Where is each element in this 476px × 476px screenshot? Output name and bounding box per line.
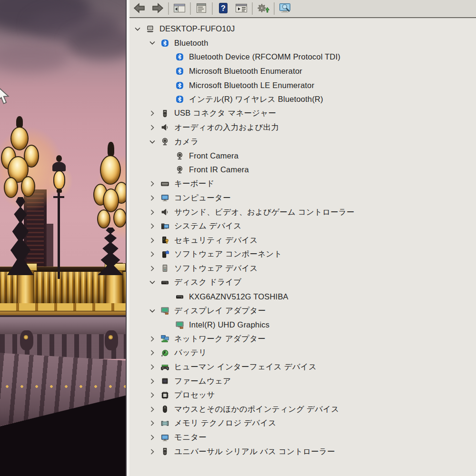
tree-item[interactable]: ソフトウェア デバイス [129, 261, 476, 276]
tree-item[interactable]: Microsoft Bluetooth LE Enumerator [129, 78, 476, 92]
tree-item-label: コンピューター [174, 193, 231, 203]
chevron-right-icon[interactable] [148, 434, 156, 442]
tree-item[interactable]: USB コネクタ マネージャー [129, 107, 476, 121]
system-devices-icon [160, 222, 169, 230]
tree-item[interactable]: セキュリティ デバイス [129, 233, 476, 248]
tree-item[interactable]: バッテリ [129, 346, 476, 360]
chevron-right-icon[interactable] [148, 222, 156, 230]
tree-item[interactable]: Bluetooth [129, 36, 476, 50]
bluetooth-icon [175, 95, 184, 103]
chevron-down-icon[interactable] [148, 138, 156, 146]
chevron-right-icon[interactable] [148, 123, 156, 131]
help-button[interactable]: ? [215, 1, 232, 16]
chevron-down-icon[interactable] [133, 25, 141, 33]
monitor-blue-icon [160, 434, 169, 442]
chevron-right-icon[interactable] [148, 377, 156, 385]
tree-item-label: ユニバーサル シリアル バス コントローラー [174, 446, 335, 457]
tree-item[interactable]: Microsoft Bluetooth Enumerator [129, 64, 476, 79]
chevron-spacer [163, 166, 171, 174]
usb-icon [160, 447, 169, 456]
tree-item-label: USB コネクタ マネージャー [174, 108, 276, 119]
computer-icon [146, 25, 155, 33]
bridge-ornament [20, 330, 33, 350]
tree-item[interactable]: サウンド、ビデオ、およびゲーム コントローラー [129, 205, 476, 219]
toolbar-scan-computer-icon [278, 2, 292, 15]
tree-item-label: ディスク ドライブ [174, 277, 241, 288]
tree-item[interactable]: ディスク ドライブ [129, 276, 476, 290]
firmware-icon [160, 377, 169, 385]
chevron-down-icon[interactable] [148, 307, 156, 315]
lamp-cap [52, 162, 66, 171]
chevron-right-icon[interactable] [148, 419, 156, 427]
camera-icon [160, 138, 169, 146]
tree-item[interactable]: ヒューマン インターフェイス デバイス [129, 360, 476, 374]
forward-button[interactable] [149, 1, 166, 16]
speaker-icon [160, 208, 169, 216]
tree-item-label: ソフトウェア コンポーネント [174, 249, 282, 259]
tree-item[interactable]: インテル(R) ワイヤレス Bluetooth(R) [129, 92, 476, 107]
chevron-right-icon[interactable] [148, 405, 156, 413]
toolbar-separator [252, 2, 253, 15]
tree-item[interactable]: マウスとそのほかのポインティング デバイス [129, 402, 476, 416]
display-adapter-icon [160, 307, 169, 315]
tree-item[interactable]: モニター [129, 430, 476, 445]
window-left-border [126, 0, 129, 476]
tree-item[interactable]: Intel(R) UHD Graphics [129, 317, 476, 332]
laptop-screen-photo: ? DESKTOP-FUFO10JBluetoothBluetooth Devi… [0, 0, 476, 476]
device-tree[interactable]: DESKTOP-FUFO10JBluetoothBluetooth Device… [129, 19, 476, 476]
tree-item[interactable]: Bluetooth Device (RFCOMM Protocol TDI) [129, 50, 476, 64]
tree-item[interactable]: ソフトウェア コンポーネント [129, 248, 476, 262]
tree-item[interactable]: ネットワーク アダプター [129, 332, 476, 346]
chevron-right-icon[interactable] [148, 391, 156, 399]
chevron-spacer [163, 67, 171, 75]
tree-item[interactable]: コンピューター [129, 191, 476, 205]
device-manager-window: ? DESKTOP-FUFO10JBluetoothBluetooth Devi… [129, 0, 476, 476]
back-button[interactable] [131, 1, 148, 16]
chevron-right-icon[interactable] [148, 335, 156, 343]
camera-icon [175, 166, 184, 174]
chevron-spacer [163, 293, 171, 301]
chevron-right-icon[interactable] [148, 264, 156, 272]
network-adapter-icon [160, 335, 169, 343]
chevron-down-icon[interactable] [148, 278, 156, 287]
chevron-down-icon[interactable] [148, 39, 156, 47]
tree-item[interactable]: カメラ [129, 135, 476, 149]
update-driver-button[interactable] [255, 1, 272, 16]
tree-item[interactable]: Front IR Camera [129, 163, 476, 177]
chevron-right-icon[interactable] [148, 194, 156, 202]
chevron-right-icon[interactable] [148, 250, 156, 258]
balustrade-plinths [0, 303, 126, 311]
tree-item[interactable]: メモリ テクノロジ デバイス [129, 416, 476, 431]
disk-drive-icon [160, 278, 169, 287]
tree-item-label: ヒューマン インターフェイス デバイス [174, 362, 317, 372]
tree-item[interactable]: プロセッサ [129, 388, 476, 402]
desktop-wallpaper [0, 0, 126, 476]
tree-item[interactable]: システム デバイス [129, 219, 476, 233]
tree-item[interactable]: キーボード [129, 177, 476, 191]
chevron-right-icon[interactable] [148, 363, 156, 371]
tree-item[interactable]: ディスプレイ アダプター [129, 304, 476, 318]
chevron-right-icon[interactable] [148, 180, 156, 188]
lamp-glass [53, 170, 65, 189]
chevron-right-icon[interactable] [148, 349, 156, 357]
tree-item[interactable]: ユニバーサル シリアル バス コントローラー [129, 445, 476, 459]
tree-item-label: Microsoft Bluetooth LE Enumerator [189, 81, 314, 90]
tree-item-label: Front IR Camera [189, 165, 249, 174]
scan-hardware-button[interactable] [277, 1, 294, 16]
tree-item[interactable]: ファームウェア [129, 374, 476, 388]
properties-button[interactable] [193, 1, 210, 16]
chevron-right-icon[interactable] [148, 236, 156, 244]
tree-item[interactable]: オーディオの入力および出力 [129, 120, 476, 135]
toolbar: ? [129, 0, 476, 18]
tree-item[interactable]: Front Camera [129, 149, 476, 163]
chevron-right-icon[interactable] [148, 447, 156, 456]
toolbar-separator [190, 2, 191, 15]
action-pane-button[interactable] [233, 1, 250, 16]
console-tree-button[interactable] [171, 1, 188, 16]
keyboard-icon [160, 180, 169, 188]
tree-item-label: ネットワーク アダプター [174, 334, 266, 344]
chevron-right-icon[interactable] [148, 208, 156, 216]
tree-item[interactable]: KXG6AZNV512G TOSHIBA [129, 289, 476, 304]
chevron-right-icon[interactable] [148, 109, 156, 118]
tree-item[interactable]: DESKTOP-FUFO10J [129, 22, 476, 36]
